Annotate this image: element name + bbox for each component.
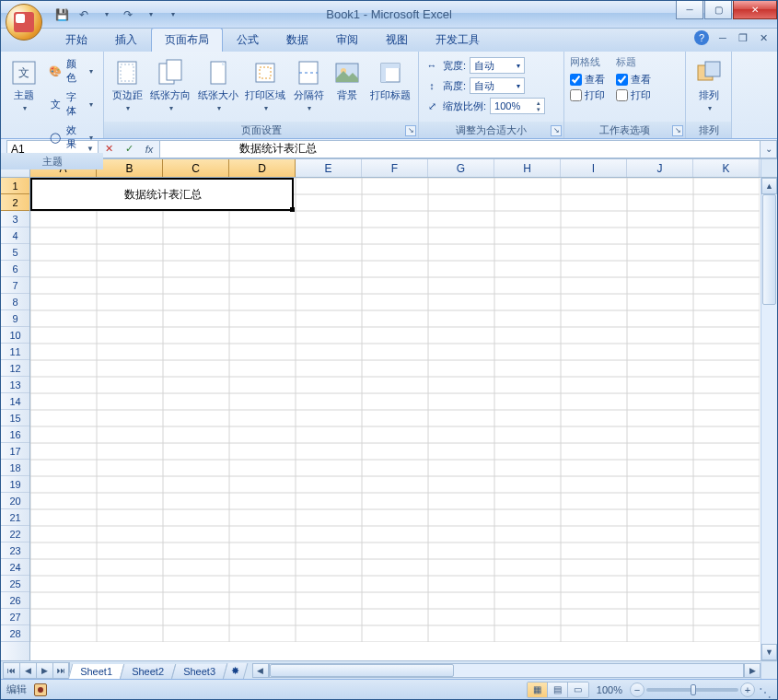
scroll-down-icon[interactable]: ▼	[761, 644, 777, 660]
undo-icon[interactable]: ↶	[74, 5, 94, 25]
minimize-button[interactable]: ─	[676, 1, 703, 19]
row-header-11[interactable]: 11	[1, 344, 29, 360]
headings-view-check[interactable]: 查看	[616, 73, 651, 87]
normal-view-icon[interactable]: ▦	[528, 682, 548, 697]
tab-review[interactable]: 审阅	[322, 28, 372, 52]
row-header-17[interactable]: 17	[1, 443, 29, 460]
maximize-button[interactable]: ▢	[704, 1, 732, 19]
height-input[interactable]: 自动▾	[470, 77, 525, 94]
doc-restore-button[interactable]: ❐	[737, 31, 749, 44]
row-header-14[interactable]: 14	[1, 393, 29, 410]
col-header-G[interactable]: G	[428, 159, 494, 177]
tab-last-icon[interactable]: ⏭	[52, 662, 69, 679]
redo-icon[interactable]: ↷	[118, 5, 138, 25]
zoom-thumb[interactable]	[691, 684, 696, 695]
row-header-6[interactable]: 6	[1, 261, 29, 277]
formula-input[interactable]: 数据统计表汇总	[160, 140, 761, 158]
row-header-22[interactable]: 22	[1, 526, 29, 542]
print-area-button[interactable]: 打印区域	[243, 55, 287, 114]
row-header-28[interactable]: 28	[1, 625, 29, 642]
margins-button[interactable]: 页边距	[110, 55, 145, 114]
row-header-13[interactable]: 13	[1, 377, 29, 393]
save-icon[interactable]: 💾	[52, 5, 72, 25]
spinner-icon[interactable]: ▴▾	[537, 99, 540, 112]
hscroll-thumb[interactable]	[270, 664, 454, 677]
row-header-9[interactable]: 9	[1, 310, 29, 327]
redo-dropdown[interactable]	[140, 5, 160, 25]
tab-developer[interactable]: 开发工具	[422, 28, 494, 52]
row-header-15[interactable]: 15	[1, 410, 29, 426]
row-header-23[interactable]: 23	[1, 542, 29, 559]
row-header-1[interactable]: 1	[1, 178, 29, 194]
tab-view[interactable]: 视图	[372, 28, 422, 52]
themes-button[interactable]: 文 主题	[6, 55, 41, 114]
page-break-view-icon[interactable]: ▭	[568, 682, 588, 697]
zoom-out-icon[interactable]: −	[630, 682, 644, 697]
zoom-in-icon[interactable]: +	[740, 682, 755, 697]
scale-input[interactable]: 100%▴▾	[490, 98, 545, 114]
print-titles-button[interactable]: 打印标题	[368, 55, 412, 102]
vertical-scrollbar[interactable]: ▲ ▼	[761, 178, 777, 660]
headings-print-check[interactable]: 打印	[616, 88, 651, 102]
row-header-24[interactable]: 24	[1, 559, 29, 576]
theme-colors-button[interactable]: 🎨颜色	[44, 55, 98, 87]
scroll-left-icon[interactable]: ◀	[252, 663, 269, 678]
tab-insert[interactable]: 插入	[101, 28, 151, 52]
row-header-3[interactable]: 3	[1, 211, 29, 228]
tab-prev-icon[interactable]: ◀	[19, 662, 36, 679]
row-header-8[interactable]: 8	[1, 294, 29, 310]
orientation-button[interactable]: 纸张方向	[148, 55, 192, 114]
tab-data[interactable]: 数据	[273, 28, 322, 52]
col-header-E[interactable]: E	[296, 159, 362, 177]
size-button[interactable]: 纸张大小	[196, 55, 240, 114]
resize-grip-icon[interactable]	[759, 683, 772, 696]
vscroll-track[interactable]	[761, 194, 777, 644]
col-header-J[interactable]: J	[627, 159, 693, 177]
close-button[interactable]: ✕	[733, 1, 777, 19]
fx-icon[interactable]: fx	[139, 141, 159, 158]
row-header-18[interactable]: 18	[1, 460, 29, 476]
sheet-tab-3[interactable]: Sheet3	[170, 664, 226, 680]
row-header-2[interactable]: 2	[1, 194, 29, 211]
row-header-12[interactable]: 12	[1, 360, 29, 377]
doc-minimize-button[interactable]: ─	[716, 31, 729, 44]
office-button[interactable]	[6, 4, 42, 41]
sheet-tab-2[interactable]: Sheet2	[120, 664, 176, 680]
col-header-H[interactable]: H	[494, 159, 561, 177]
row-header-5[interactable]: 5	[1, 244, 29, 261]
macro-record-icon[interactable]	[34, 683, 47, 696]
col-header-I[interactable]: I	[561, 159, 627, 177]
tab-page-layout[interactable]: 页面布局	[151, 28, 223, 52]
zoom-track[interactable]	[646, 688, 738, 692]
tab-next-icon[interactable]: ▶	[36, 662, 52, 679]
row-header-10[interactable]: 10	[1, 327, 29, 344]
row-header-4[interactable]: 4	[1, 228, 29, 244]
enter-icon[interactable]: ✓	[119, 141, 139, 158]
undo-dropdown[interactable]	[96, 5, 116, 25]
width-input[interactable]: 自动▾	[470, 57, 525, 74]
background-button[interactable]: 背景	[330, 55, 365, 102]
col-header-B[interactable]: B	[97, 159, 163, 177]
help-icon[interactable]: ?	[694, 30, 709, 45]
formula-expand-icon[interactable]: ⌄	[761, 140, 777, 158]
horizontal-scrollbar[interactable]: ◀ ▶	[252, 663, 761, 678]
vscroll-thumb[interactable]	[762, 194, 776, 305]
row-header-21[interactable]: 21	[1, 509, 29, 526]
zoom-percent[interactable]: 100%	[593, 684, 626, 695]
new-sheet-tab[interactable]: ✸	[222, 663, 248, 680]
row-header-19[interactable]: 19	[1, 476, 29, 493]
theme-effects-button[interactable]: ◯效果	[44, 122, 98, 153]
scale-launcher[interactable]: ↘	[551, 125, 562, 136]
row-header-20[interactable]: 20	[1, 493, 29, 509]
col-header-F[interactable]: F	[362, 159, 428, 177]
theme-fonts-button[interactable]: 文字体	[44, 88, 98, 120]
gridlines-view-check[interactable]: 查看	[570, 73, 605, 87]
tab-first-icon[interactable]: ⏮	[3, 662, 19, 679]
hscroll-track[interactable]	[269, 663, 744, 678]
qat-customize[interactable]	[162, 5, 182, 25]
sheet-options-launcher[interactable]: ↘	[672, 125, 683, 136]
sheet-tab-1[interactable]: Sheet1	[68, 664, 124, 680]
doc-close-button[interactable]: ✕	[757, 31, 770, 44]
col-header-C[interactable]: C	[163, 159, 229, 177]
scroll-up-icon[interactable]: ▲	[761, 178, 777, 194]
